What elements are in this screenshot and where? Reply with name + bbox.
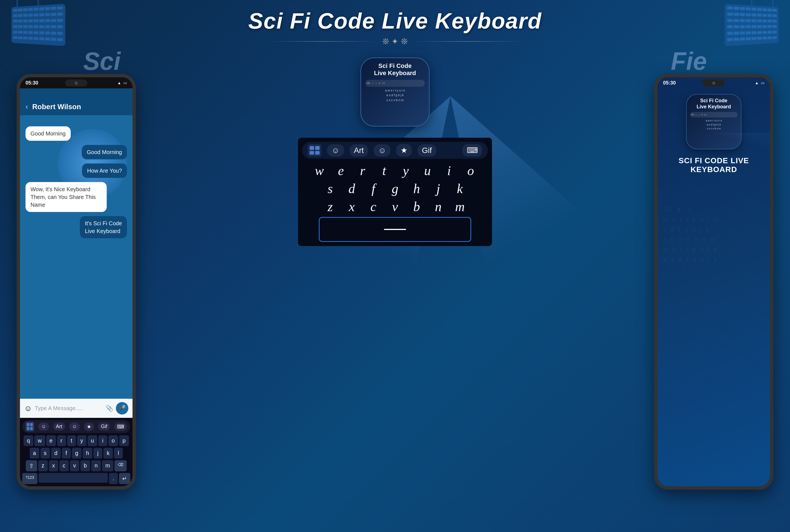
- key-delete[interactable]: ⌫: [114, 460, 127, 471]
- phone-time-left: 05:30: [25, 80, 38, 86]
- key-y[interactable]: y: [77, 435, 87, 446]
- lk-e[interactable]: e: [331, 163, 351, 178]
- lk-h[interactable]: h: [407, 181, 426, 196]
- phone-notch-left: 05:30 ▲ ▭: [20, 77, 132, 89]
- message-5: It's Sci Fi CodeLive Keyboard: [80, 216, 127, 238]
- key-z[interactable]: z: [38, 460, 48, 471]
- lk-f[interactable]: f: [364, 181, 383, 196]
- key-shift[interactable]: ⇧: [26, 460, 37, 471]
- lk-t[interactable]: t: [375, 163, 394, 178]
- key-t[interactable]: t: [67, 435, 76, 446]
- spacebar[interactable]: [39, 473, 108, 483]
- key-k[interactable]: k: [104, 448, 113, 459]
- lk-k[interactable]: k: [450, 181, 470, 196]
- lk-u[interactable]: u: [418, 163, 437, 178]
- lk-x[interactable]: x: [342, 199, 361, 214]
- star-toolbar-btn[interactable]: ★: [84, 422, 94, 431]
- large-star-btn[interactable]: ★: [396, 144, 412, 156]
- key-period[interactable]: .: [109, 473, 118, 484]
- right-app-toolbar: ⌨ ☺ ☺ ★ Gif: [690, 112, 738, 117]
- lk-y[interactable]: y: [396, 163, 415, 178]
- apps-grid-icon[interactable]: [25, 422, 34, 432]
- key-o[interactable]: o: [108, 435, 118, 446]
- phone-keyboard: ☺ Art ☺ ★ Gif ⌨ q w e r t y u: [20, 418, 132, 486]
- phone-notch-right: 05:30 ▲ ▭: [658, 77, 770, 89]
- lk-r[interactable]: r: [353, 163, 372, 178]
- key-e[interactable]: e: [46, 435, 56, 446]
- bg-row-5: asdfghjk: [663, 255, 765, 263]
- key-q[interactable]: q: [23, 435, 33, 446]
- bg-row-3: abcvbnm: [663, 235, 765, 243]
- lk-v[interactable]: v: [385, 199, 405, 214]
- lk-j[interactable]: j: [429, 181, 448, 196]
- large-keyboard: ☺ Art ☺ ★ Gif ⌨ w e r t y u i o: [298, 138, 492, 246]
- large-apps-icon[interactable]: [308, 144, 322, 156]
- app-icon-keys: q w e r t y u i o a s d f g h j k z x c …: [365, 88, 425, 103]
- key-g[interactable]: g: [72, 448, 81, 459]
- key-i[interactable]: i: [98, 435, 107, 446]
- back-button[interactable]: ‹: [25, 102, 28, 111]
- key-l[interactable]: l: [114, 448, 123, 459]
- key-w[interactable]: w: [34, 435, 45, 446]
- lk-g[interactable]: g: [385, 181, 405, 196]
- mic-button[interactable]: 🎤: [116, 402, 128, 415]
- key-c[interactable]: c: [59, 460, 69, 471]
- large-key-rows: w e r t y u i o s d f g h j k: [302, 163, 488, 214]
- key-s[interactable]: s: [40, 448, 50, 459]
- lk-b[interactable]: b: [407, 199, 426, 214]
- large-switch-btn[interactable]: ⌨: [462, 144, 482, 156]
- message-2: Good Morning: [82, 145, 127, 159]
- art-toolbar-btn[interactable]: Art: [53, 422, 65, 431]
- message-input[interactable]: Type A Message.....: [35, 405, 103, 412]
- key-123[interactable]: ?123: [22, 473, 37, 484]
- key-r[interactable]: r: [57, 435, 66, 446]
- lk-m[interactable]: m: [450, 199, 470, 214]
- keyboard-switch-btn[interactable]: ⌨: [114, 422, 127, 431]
- status-icons-right: ▲ ▭: [755, 81, 765, 85]
- key-d[interactable]: d: [51, 448, 61, 459]
- right-phone-screen: Sci Fi CodeLive Keyboard ⌨ ☺ ☺ ★ Gif q w…: [658, 77, 770, 486]
- large-sticker-btn[interactable]: ☺: [374, 144, 391, 156]
- main-content: 05:30 ▲ ▭ ‹ Robert Wilson Good Morning G…: [0, 46, 790, 490]
- large-kb-toolbar: ☺ Art ☺ ★ Gif ⌨: [302, 142, 488, 159]
- lk-w[interactable]: w: [309, 163, 329, 178]
- key-v[interactable]: v: [70, 460, 79, 471]
- chat-screen: ‹ Robert Wilson Good Morning Good Mornin…: [20, 89, 132, 486]
- key-a[interactable]: a: [30, 448, 39, 459]
- key-j[interactable]: j: [93, 448, 102, 459]
- phone-left: 05:30 ▲ ▭ ‹ Robert Wilson Good Morning G…: [17, 74, 136, 490]
- chat-header: ‹ Robert Wilson: [20, 89, 132, 115]
- app-icon-toolbar: ⌨ ☺ ☺ ★ Gif: [365, 80, 425, 87]
- lk-o[interactable]: o: [461, 163, 481, 178]
- camera-dot: [75, 81, 78, 85]
- sticker-toolbar-btn[interactable]: ☺: [69, 422, 80, 431]
- lk-n[interactable]: n: [429, 199, 448, 214]
- large-gif-btn[interactable]: Gif: [417, 144, 436, 156]
- emoji-toolbar-btn[interactable]: ☺: [38, 422, 49, 431]
- large-emoji-btn[interactable]: ☺: [327, 144, 344, 156]
- key-enter[interactable]: ↵: [119, 473, 130, 484]
- emoji-button[interactable]: ☺: [24, 404, 32, 413]
- key-p[interactable]: p: [119, 435, 129, 446]
- key-u[interactable]: u: [88, 435, 97, 446]
- key-b[interactable]: b: [80, 460, 90, 471]
- lk-s[interactable]: s: [320, 181, 340, 196]
- key-x[interactable]: x: [49, 460, 58, 471]
- lk-z[interactable]: z: [320, 199, 340, 214]
- gif-toolbar-btn[interactable]: Gif: [98, 422, 110, 431]
- lk-c[interactable]: c: [364, 199, 383, 214]
- app-icon[interactable]: Sci Fi CodeLive Keyboard ⌨ ☺ ☺ ★ Gif q w…: [360, 57, 430, 127]
- attach-button[interactable]: 📎: [106, 405, 113, 412]
- large-art-btn[interactable]: Art: [350, 144, 369, 156]
- lk-d[interactable]: d: [342, 181, 361, 196]
- large-spacebar[interactable]: [319, 217, 471, 242]
- lk-i[interactable]: i: [439, 163, 459, 178]
- key-m[interactable]: m: [102, 460, 113, 471]
- key-n[interactable]: n: [91, 460, 101, 471]
- header-divider: ❊ ✦ ❊: [0, 37, 790, 46]
- key-h[interactable]: h: [82, 448, 92, 459]
- right-bg-keyboard: Gif★☺ wertyuio sdfghjk abcvbnm wertyuio …: [658, 200, 770, 486]
- key-row-4: ?123 . ↵: [22, 473, 130, 484]
- key-f[interactable]: f: [62, 448, 71, 459]
- message-3: How Are You?: [82, 164, 127, 178]
